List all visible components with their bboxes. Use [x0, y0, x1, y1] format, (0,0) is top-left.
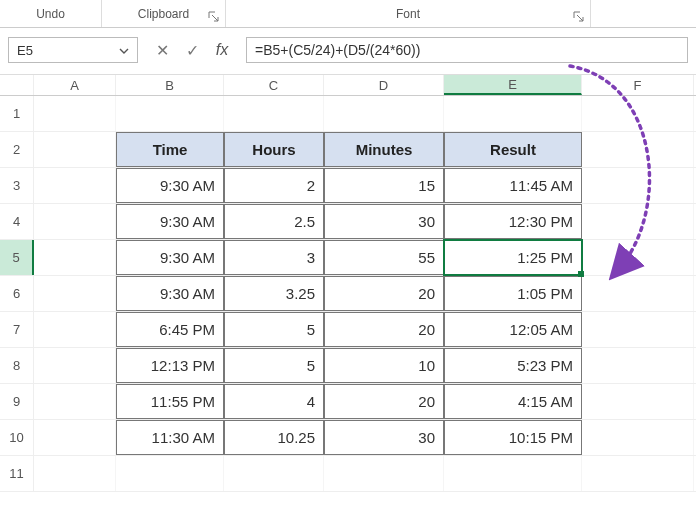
cell[interactable]	[34, 168, 116, 203]
table-header[interactable]: Minutes	[324, 132, 444, 167]
cell[interactable]	[116, 456, 224, 491]
name-box[interactable]: E5	[8, 37, 138, 63]
row-header[interactable]: 11	[0, 456, 34, 491]
cell[interactable]	[582, 168, 694, 203]
table-cell[interactable]: 5	[224, 312, 324, 347]
table-cell[interactable]: 20	[324, 276, 444, 311]
table-cell[interactable]: 3	[224, 240, 324, 275]
row-header[interactable]: 2	[0, 132, 34, 167]
col-header-F[interactable]: F	[582, 75, 694, 95]
cell[interactable]	[224, 456, 324, 491]
table-cell[interactable]: 1:05 PM	[444, 276, 582, 311]
table-header[interactable]: Time	[116, 132, 224, 167]
cell[interactable]	[116, 96, 224, 131]
table-cell[interactable]: 12:30 PM	[444, 204, 582, 239]
enter-icon[interactable]: ✓	[182, 41, 202, 60]
table-cell[interactable]: 11:45 AM	[444, 168, 582, 203]
table-cell[interactable]: 5	[224, 348, 324, 383]
cell[interactable]	[582, 384, 694, 419]
cell[interactable]	[582, 204, 694, 239]
ribbon-group-undo-label: Undo	[36, 7, 65, 21]
table-header[interactable]: Hours	[224, 132, 324, 167]
select-all-corner[interactable]	[0, 75, 34, 95]
table-cell[interactable]: 4:15 AM	[444, 384, 582, 419]
cell[interactable]	[444, 456, 582, 491]
grid-row: 10 11:30 AM 10.25 30 10:15 PM	[0, 420, 696, 456]
row-header[interactable]: 7	[0, 312, 34, 347]
table-cell[interactable]: 9:30 AM	[116, 204, 224, 239]
cell[interactable]	[582, 132, 694, 167]
col-header-A[interactable]: A	[34, 75, 116, 95]
cell[interactable]	[324, 456, 444, 491]
cell[interactable]	[582, 240, 694, 275]
table-cell[interactable]: 2	[224, 168, 324, 203]
table-cell[interactable]: 10:15 PM	[444, 420, 582, 455]
table-cell[interactable]: 20	[324, 312, 444, 347]
cell[interactable]	[34, 132, 116, 167]
table-cell[interactable]: 30	[324, 420, 444, 455]
cell[interactable]	[34, 276, 116, 311]
row-header[interactable]: 8	[0, 348, 34, 383]
col-header-E[interactable]: E	[444, 75, 582, 95]
cell[interactable]	[324, 96, 444, 131]
grid-row: 11	[0, 456, 696, 492]
col-header-D[interactable]: D	[324, 75, 444, 95]
ribbon-group-clipboard-label: Clipboard	[138, 7, 189, 21]
table-cell[interactable]: 2.5	[224, 204, 324, 239]
cell[interactable]	[34, 420, 116, 455]
formula-input[interactable]: =B5+(C5/24)+(D5/(24*60))	[246, 37, 688, 63]
table-cell[interactable]: 9:30 AM	[116, 240, 224, 275]
row-header[interactable]: 10	[0, 420, 34, 455]
cell[interactable]	[34, 240, 116, 275]
row-header[interactable]: 3	[0, 168, 34, 203]
cell[interactable]	[582, 276, 694, 311]
table-cell[interactable]: 4	[224, 384, 324, 419]
table-cell[interactable]: 10	[324, 348, 444, 383]
row-header[interactable]: 1	[0, 96, 34, 131]
table-cell[interactable]: 12:05 AM	[444, 312, 582, 347]
table-cell[interactable]: 3.25	[224, 276, 324, 311]
cell[interactable]	[224, 96, 324, 131]
row-header[interactable]: 4	[0, 204, 34, 239]
ribbon-group-clipboard: Clipboard	[102, 0, 226, 27]
table-cell[interactable]: 11:30 AM	[116, 420, 224, 455]
table-cell[interactable]: 9:30 AM	[116, 168, 224, 203]
dialog-launcher-icon[interactable]	[207, 10, 221, 24]
table-cell[interactable]: 15	[324, 168, 444, 203]
cell[interactable]	[34, 204, 116, 239]
row-header[interactable]: 9	[0, 384, 34, 419]
grid-row: 1	[0, 96, 696, 132]
row-header[interactable]: 6	[0, 276, 34, 311]
cell[interactable]	[582, 348, 694, 383]
table-cell[interactable]: 9:30 AM	[116, 276, 224, 311]
cell[interactable]	[582, 456, 694, 491]
table-cell[interactable]: 10.25	[224, 420, 324, 455]
table-cell[interactable]: 12:13 PM	[116, 348, 224, 383]
table-cell[interactable]: 30	[324, 204, 444, 239]
cell[interactable]	[34, 312, 116, 347]
table-cell[interactable]: 11:55 PM	[116, 384, 224, 419]
cell[interactable]	[582, 420, 694, 455]
table-header[interactable]: Result	[444, 132, 582, 167]
table-cell[interactable]: 6:45 PM	[116, 312, 224, 347]
cell[interactable]	[34, 456, 116, 491]
cell[interactable]	[582, 96, 694, 131]
cell[interactable]	[444, 96, 582, 131]
col-header-C[interactable]: C	[224, 75, 324, 95]
dialog-launcher-icon[interactable]	[572, 10, 586, 24]
active-cell[interactable]: 1:25 PM	[444, 240, 582, 275]
table-cell[interactable]: 20	[324, 384, 444, 419]
chevron-down-icon[interactable]	[115, 42, 133, 60]
ribbon-group-undo: Undo	[0, 0, 102, 27]
col-header-B[interactable]: B	[116, 75, 224, 95]
cell[interactable]	[34, 348, 116, 383]
cell[interactable]	[34, 96, 116, 131]
spreadsheet-grid[interactable]: A B C D E F 1 2 Time Hours Minutes Resul…	[0, 74, 696, 492]
cell[interactable]	[582, 312, 694, 347]
cell[interactable]	[34, 384, 116, 419]
table-cell[interactable]: 5:23 PM	[444, 348, 582, 383]
row-header[interactable]: 5	[0, 240, 34, 275]
table-cell[interactable]: 55	[324, 240, 444, 275]
cancel-icon[interactable]: ✕	[152, 41, 172, 60]
fx-icon[interactable]: fx	[212, 41, 232, 59]
